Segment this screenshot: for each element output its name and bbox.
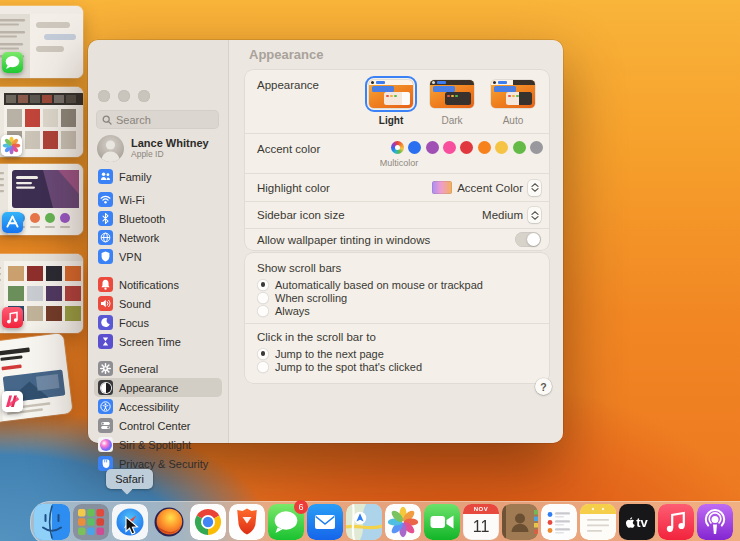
- theme-label-auto: Auto: [503, 115, 524, 126]
- dock-icon-finder[interactable]: [34, 504, 70, 540]
- accent-swatch-pink[interactable]: [443, 141, 456, 154]
- search-icon: [102, 115, 112, 125]
- scrollbar-option-when-scrolling[interactable]: When scrolling: [245, 291, 549, 304]
- mail-icon: [307, 504, 343, 540]
- accent-swatch-red[interactable]: [460, 141, 473, 154]
- scroll-click-label: Click in the scroll bar to: [245, 324, 549, 347]
- accent-swatch-green[interactable]: [513, 141, 526, 154]
- dock-icon-messages[interactable]: 6: [268, 504, 304, 540]
- sidebar-item-general[interactable]: General: [94, 359, 222, 378]
- theme-option-light[interactable]: Light: [365, 76, 417, 126]
- control-center-icon: [98, 418, 113, 433]
- podcasts-icon: [697, 504, 733, 540]
- radio[interactable]: [257, 361, 269, 373]
- highlight-color-select[interactable]: Accent Color: [432, 180, 541, 196]
- sidebar-item-network[interactable]: Network: [94, 228, 222, 247]
- dock-icon-calendar[interactable]: NOV 11: [463, 504, 499, 540]
- sidebar-icon-size-select[interactable]: Medium: [482, 207, 541, 223]
- sidebar-item-wifi[interactable]: Wi-Fi: [94, 190, 222, 209]
- appearance-settings-card: Appearance Light: [245, 70, 549, 250]
- minimize-button[interactable]: [118, 90, 130, 102]
- radio-selected[interactable]: [257, 348, 269, 360]
- theme-label-light: Light: [379, 115, 403, 126]
- firefox-icon: [151, 504, 187, 540]
- theme-option-dark[interactable]: Dark: [426, 76, 478, 126]
- scrollbar-option-always[interactable]: Always: [245, 304, 549, 317]
- vpn-icon: [98, 249, 113, 264]
- dock-icon-mail[interactable]: [307, 504, 343, 540]
- sidebar-item-accessibility[interactable]: Accessibility: [94, 397, 222, 416]
- notes-icon: [580, 504, 616, 540]
- music-icon: [658, 504, 694, 540]
- dock-icon-music[interactable]: [658, 504, 694, 540]
- photos-app-icon[interactable]: [1, 135, 22, 156]
- news-app-icon[interactable]: [2, 391, 23, 412]
- dock-icon-brave[interactable]: [229, 504, 265, 540]
- highlight-color-stepper[interactable]: [528, 180, 541, 196]
- apple-logo: [626, 517, 635, 528]
- bluetooth-icon: [98, 211, 113, 226]
- calendar-month: NOV: [463, 504, 499, 514]
- sidebar-item-label: Family: [119, 171, 151, 183]
- zoom-button[interactable]: [138, 90, 150, 102]
- radio[interactable]: [257, 305, 269, 317]
- dock-icon-tv[interactable]: tv: [619, 504, 655, 540]
- network-icon: [98, 230, 113, 245]
- accent-color-row: Accent color Multicolor: [245, 134, 549, 173]
- profile-subtitle: Apple ID: [131, 149, 209, 159]
- apple-id-row[interactable]: Lance Whitney Apple ID: [97, 133, 222, 163]
- search-input[interactable]: Search: [96, 110, 219, 129]
- facetime-icon: [424, 504, 460, 540]
- radio-selected[interactable]: [257, 279, 269, 291]
- scroll-click-option-spot[interactable]: Jump to the spot that's clicked: [245, 360, 549, 373]
- close-button[interactable]: [98, 90, 110, 102]
- accent-swatch-multicolor[interactable]: [391, 141, 404, 154]
- sidebar-item-sound[interactable]: Sound: [94, 294, 222, 313]
- accent-swatch-orange[interactable]: [478, 141, 491, 154]
- accent-swatch-blue[interactable]: [408, 141, 421, 154]
- dock-icon-maps[interactable]: [346, 504, 382, 540]
- gear-icon: [98, 361, 113, 376]
- dock-icon-contacts[interactable]: [502, 504, 538, 540]
- sidebar-item-controlcenter[interactable]: Control Center: [94, 416, 222, 435]
- scroll-click-option-next-page[interactable]: Jump to the next page: [245, 347, 549, 360]
- appstore-app-icon[interactable]: [2, 212, 23, 233]
- dock-icon-photos[interactable]: [385, 504, 421, 540]
- window-controls: [98, 90, 150, 102]
- dock-icon-reminders[interactable]: [541, 504, 577, 540]
- sidebar-item-vpn[interactable]: VPN: [94, 247, 222, 266]
- dock-icon-firefox[interactable]: [151, 504, 187, 540]
- radio[interactable]: [257, 292, 269, 304]
- scrollbar-option-auto[interactable]: Automatically based on mouse or trackpad: [245, 278, 549, 291]
- sidebar-item-screentime[interactable]: Screen Time: [94, 332, 222, 351]
- calendar-icon: NOV 11: [463, 504, 499, 540]
- messages-app-icon[interactable]: [2, 52, 23, 73]
- settings-content: Appearance Appearance Light: [229, 40, 563, 443]
- sidebar-item-bluetooth[interactable]: Bluetooth: [94, 209, 222, 228]
- dock-icon-chrome[interactable]: [190, 504, 226, 540]
- dock-icon-facetime[interactable]: [424, 504, 460, 540]
- siri-icon: [98, 437, 113, 452]
- sidebar-icon-size-stepper[interactable]: [528, 207, 541, 223]
- accent-swatch-purple[interactable]: [426, 141, 439, 154]
- wallpaper-tinting-toggle[interactable]: [515, 232, 541, 247]
- theme-option-auto[interactable]: Auto: [487, 76, 539, 126]
- sidebar-icon-size-row: Sidebar icon size Medium: [245, 202, 549, 228]
- dock-icon-launchpad[interactable]: [73, 504, 109, 540]
- brave-icon: [229, 504, 265, 540]
- wallpaper-tinting-label: Allow wallpaper tinting in windows: [257, 234, 430, 246]
- sidebar-item-siri[interactable]: Siri & Spotlight: [94, 435, 222, 454]
- sidebar-item-appearance[interactable]: Appearance: [94, 378, 222, 397]
- accent-swatch-graphite[interactable]: [530, 141, 543, 154]
- dock-icon-notes[interactable]: [580, 504, 616, 540]
- dock-icon-podcasts[interactable]: [697, 504, 733, 540]
- music-app-icon[interactable]: [2, 307, 23, 328]
- photos-icon: [385, 504, 421, 540]
- help-button[interactable]: ?: [535, 378, 552, 395]
- sidebar-item-notifications[interactable]: Notifications: [94, 275, 222, 294]
- sidebar-item-family[interactable]: Family: [94, 167, 222, 186]
- accent-swatch-yellow[interactable]: [495, 141, 508, 154]
- page-title: Appearance: [249, 47, 323, 62]
- sidebar-item-focus[interactable]: Focus: [94, 313, 222, 332]
- moon-icon: [98, 315, 113, 330]
